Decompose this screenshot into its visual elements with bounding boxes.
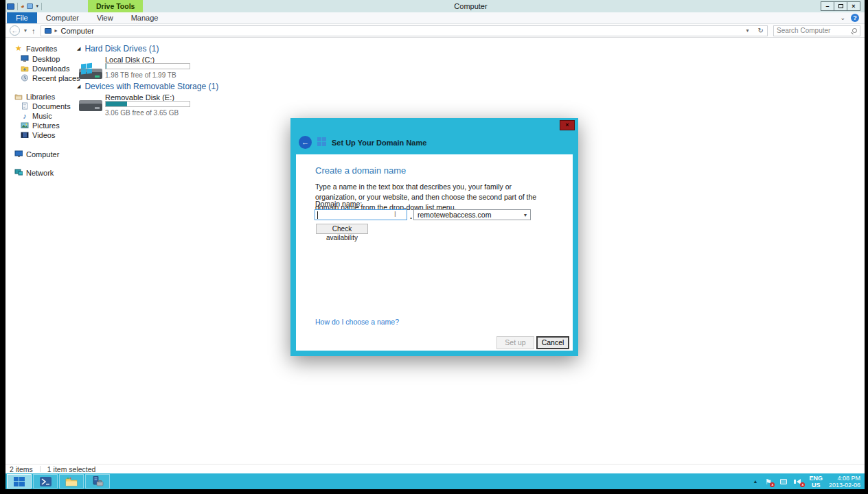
dropdown-value: remotewebaccess.com	[418, 211, 491, 219]
quick-access-toolbar: ◕ ▾	[7, 1, 42, 12]
restore-button[interactable]	[834, 1, 847, 11]
domain-suffix-dropdown[interactable]: remotewebaccess.com ▾	[413, 209, 531, 220]
up-button[interactable]: ↑	[32, 27, 36, 35]
language-code: ENG	[809, 475, 823, 482]
network-status-icon[interactable]	[779, 478, 788, 486]
tab-file[interactable]: File	[7, 12, 37, 23]
sidebar-item-desktop[interactable]: Desktop	[21, 54, 60, 63]
ribbon-tab-row: File Computer View Manage ⌄ ?	[5, 12, 865, 24]
drive-e-icon[interactable]	[78, 97, 105, 119]
mute-badge: x	[800, 482, 805, 487]
libraries-icon	[14, 93, 23, 101]
system-tray: ▲ ⚑ x x ENG US 4:08 PM 2013-02-06	[753, 473, 865, 489]
action-center-flag-icon[interactable]: ⚑ x	[764, 478, 773, 486]
taskbar-server-manager-button[interactable]	[85, 474, 110, 489]
computer-icon	[14, 150, 23, 158]
group-header-hard-disks[interactable]: ◢Hard Disk Drives (1)	[77, 44, 159, 54]
desktop-icon	[21, 55, 29, 63]
videos-icon	[21, 131, 29, 139]
system-menu-icon[interactable]	[7, 3, 14, 10]
start-tiles-icon	[14, 477, 25, 486]
sidebar-item-documents[interactable]: Documents	[21, 102, 71, 110]
restore-icon	[838, 4, 843, 8]
status-divider	[40, 466, 41, 472]
sidebar-label: Music	[32, 112, 52, 120]
tab-manage[interactable]: Manage	[122, 12, 168, 23]
volume-icon[interactable]: x	[794, 478, 803, 486]
sidebar-item-network[interactable]: Network	[14, 168, 54, 177]
taskbar-clock[interactable]: 4:08 PM 2013-02-06	[829, 475, 860, 489]
choose-name-help-link[interactable]: How do I choose a name?	[315, 318, 399, 326]
alert-badge: x	[770, 482, 775, 487]
search-box[interactable]	[773, 25, 860, 36]
ibeam-cursor: I	[394, 211, 396, 218]
group-header-label: Hard Disk Drives (1)	[84, 44, 159, 54]
help-icon[interactable]: ?	[851, 14, 859, 22]
drive-e-usage-bar	[105, 101, 190, 107]
sidebar-item-computer[interactable]: Computer	[14, 150, 59, 158]
server-manager-icon	[92, 476, 104, 486]
clock-date: 2013-02-06	[829, 482, 860, 489]
taskbar-explorer-button[interactable]	[59, 474, 84, 489]
check-availability-button[interactable]: Check availability	[316, 224, 368, 234]
dialog-close-button[interactable]: ×	[560, 120, 575, 130]
tab-computer[interactable]: Computer	[37, 12, 88, 23]
new-folder-icon[interactable]	[27, 3, 33, 9]
address-dropdown-caret-icon[interactable]: ▾	[746, 27, 749, 34]
minimize-ribbon-icon[interactable]: ⌄	[840, 14, 845, 21]
sidebar-item-recent-places[interactable]: Recent places	[21, 73, 80, 82]
close-button[interactable]: ×	[847, 1, 860, 11]
language-indicator[interactable]: ENG US	[809, 475, 823, 489]
back-button[interactable]: ←	[10, 25, 20, 36]
downloads-folder-icon	[21, 64, 29, 73]
customize-qat-caret-icon[interactable]: ▾	[36, 3, 38, 9]
sidebar-label: Recent places	[32, 74, 80, 82]
window-controls: – ×	[821, 1, 860, 11]
sidebar-item-downloads[interactable]: Downloads	[21, 64, 69, 73]
refresh-icon[interactable]: ↻	[758, 27, 764, 34]
chevron-down-icon: ▾	[524, 212, 527, 218]
desktop-screen: ◕ ▾ Drive Tools Computer – × File Comput…	[5, 0, 865, 489]
group-header-removable[interactable]: ◢Devices with Removable Storage (1)	[77, 82, 218, 91]
search-input[interactable]	[777, 27, 852, 34]
dialog-body: Create a domain name Type a name in the …	[296, 154, 573, 351]
title-bar: ◕ ▾ Drive Tools Computer – ×	[5, 0, 865, 12]
taskbar-powershell-button[interactable]	[33, 474, 58, 489]
documents-icon	[21, 102, 29, 110]
anywhere-access-icon	[317, 137, 326, 149]
sidebar-item-libraries[interactable]: Libraries	[14, 92, 55, 101]
sidebar-item-favorites[interactable]: ★ Favorites	[14, 44, 57, 53]
drive-e-usage-fill	[106, 102, 127, 106]
dialog-back-button[interactable]: ←	[299, 136, 312, 149]
star-icon: ★	[14, 45, 23, 53]
breadcrumb-box[interactable]: ▸ Computer ▾ ↻	[41, 25, 768, 36]
dialog-heading: Create a domain name	[315, 165, 406, 176]
text-caret	[317, 211, 318, 219]
breadcrumb-separator-icon: ▸	[55, 27, 58, 34]
sidebar-label: Documents	[32, 102, 71, 110]
network-icon	[14, 169, 23, 177]
sidebar-item-pictures[interactable]: Pictures	[21, 121, 60, 130]
sidebar-item-music[interactable]: ♪ Music	[21, 111, 52, 120]
drive-c-usage-fill	[106, 64, 106, 69]
tab-view[interactable]: View	[88, 12, 122, 23]
sidebar-label: Computer	[26, 150, 59, 158]
network-icon	[780, 479, 787, 484]
item-count: 2 items	[10, 465, 33, 473]
tray-expand-icon[interactable]: ▲	[753, 479, 758, 484]
minimize-button[interactable]: –	[821, 1, 834, 11]
start-button[interactable]	[7, 474, 32, 489]
recent-locations-caret-icon[interactable]: ▾	[24, 27, 27, 34]
sidebar-item-videos[interactable]: Videos	[21, 130, 55, 139]
breadcrumb[interactable]: Computer	[61, 27, 94, 35]
cancel-button[interactable]: Cancel	[536, 336, 569, 349]
domain-name-input[interactable]: I	[315, 209, 407, 220]
sidebar-label: Libraries	[26, 93, 55, 101]
drive-e-free-space: 3.06 GB free of 3.65 GB	[105, 109, 179, 117]
status-bar: 2 items 1 item selected	[5, 464, 865, 473]
window-title: Computer	[77, 0, 865, 12]
set-up-button[interactable]: Set up	[496, 336, 534, 349]
recent-places-icon	[21, 74, 29, 82]
properties-icon[interactable]: ◕	[21, 1, 24, 11]
dialog-header: ← Set Up Your Domain Name	[299, 136, 426, 149]
